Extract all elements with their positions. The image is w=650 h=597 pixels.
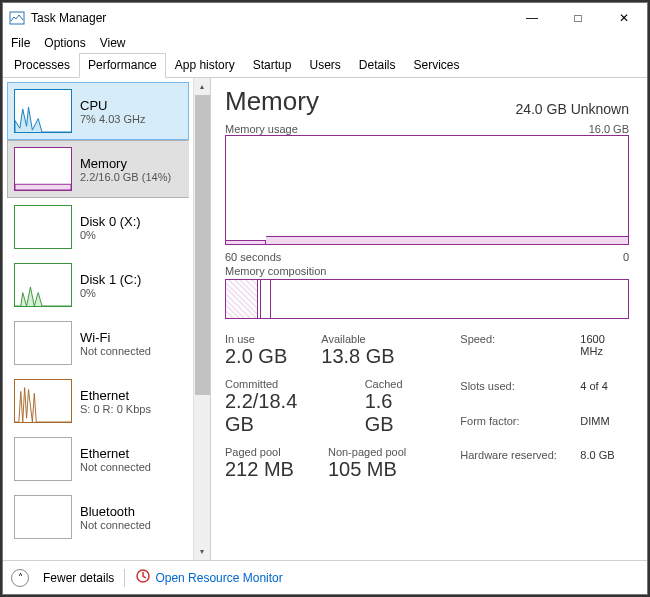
ethernet-sparkline	[14, 437, 72, 481]
resmon-label: Open Resource Monitor	[155, 571, 282, 585]
tab-processes[interactable]: Processes	[5, 53, 79, 77]
sidebar-label: Bluetooth	[80, 504, 151, 519]
close-button[interactable]: ✕	[601, 3, 647, 33]
minimize-button[interactable]: —	[509, 3, 555, 33]
sidebar-sublabel: 7% 4.03 GHz	[80, 113, 145, 125]
speed-value: 1600 MHz	[580, 333, 629, 377]
inuse-value: 2.0 GB	[225, 345, 287, 368]
open-resource-monitor-link[interactable]: Open Resource Monitor	[135, 568, 282, 587]
hw-value: 8.0 GB	[580, 449, 629, 481]
sidebar-item-bluetooth[interactable]: Bluetooth Not connected	[7, 488, 189, 546]
time-left: 60 seconds	[225, 251, 281, 263]
committed-label: Committed	[225, 378, 331, 390]
tab-services[interactable]: Services	[405, 53, 469, 77]
nonpaged-label: Non-paged pool	[328, 446, 406, 458]
footer: ˄ Fewer details Open Resource Monitor	[3, 560, 647, 594]
menubar: File Options View	[3, 33, 647, 53]
sidebar-sublabel: 0%	[80, 229, 141, 241]
composition-label: Memory composition	[225, 265, 326, 277]
sidebar-item-wifi[interactable]: Wi-Fi Not connected	[7, 314, 189, 372]
window-title: Task Manager	[31, 11, 106, 25]
sidebar-label: Ethernet	[80, 446, 151, 461]
sidebar-item-disk1[interactable]: Disk 1 (C:) 0%	[7, 256, 189, 314]
ethernet-sparkline	[14, 379, 72, 423]
sidebar: CPU 7% 4.03 GHz Memory 2.2/16.0 GB (14%)…	[3, 78, 193, 560]
sidebar-label: Ethernet	[80, 388, 151, 403]
menu-options[interactable]: Options	[44, 36, 85, 50]
speed-label: Speed:	[460, 333, 580, 377]
usage-label: Memory usage	[225, 123, 298, 135]
tab-users[interactable]: Users	[300, 53, 349, 77]
tab-performance[interactable]: Performance	[79, 53, 166, 78]
available-label: Available	[321, 333, 394, 345]
inuse-label: In use	[225, 333, 287, 345]
sidebar-label: CPU	[80, 98, 145, 113]
memory-sparkline	[14, 147, 72, 191]
sidebar-sublabel: Not connected	[80, 461, 151, 473]
sidebar-item-disk0[interactable]: Disk 0 (X:) 0%	[7, 198, 189, 256]
cached-label: Cached	[365, 378, 427, 390]
available-value: 13.8 GB	[321, 345, 394, 368]
menu-file[interactable]: File	[11, 36, 30, 50]
usage-max: 16.0 GB	[589, 123, 629, 135]
sidebar-label: Disk 0 (X:)	[80, 214, 141, 229]
titlebar[interactable]: Task Manager — □ ✕	[3, 3, 647, 33]
form-label: Form factor:	[460, 415, 580, 447]
paged-label: Paged pool	[225, 446, 294, 458]
sidebar-label: Wi-Fi	[80, 330, 151, 345]
sidebar-scrollbar[interactable]: ▴ ▾	[193, 78, 210, 560]
body: CPU 7% 4.03 GHz Memory 2.2/16.0 GB (14%)…	[3, 78, 647, 560]
sidebar-item-ethernet[interactable]: Ethernet S: 0 R: 0 Kbps	[7, 372, 189, 430]
nonpaged-value: 105 MB	[328, 458, 406, 481]
menu-view[interactable]: View	[100, 36, 126, 50]
chevron-up-icon[interactable]: ˄	[11, 569, 29, 587]
task-manager-window: Task Manager — □ ✕ File Options View Pro…	[2, 2, 648, 595]
sidebar-label: Disk 1 (C:)	[80, 272, 141, 287]
detail-spec: 24.0 GB Unknown	[515, 101, 629, 117]
tab-details[interactable]: Details	[350, 53, 405, 77]
paged-value: 212 MB	[225, 458, 294, 481]
hw-label: Hardware reserved:	[460, 449, 580, 481]
tabs: Processes Performance App history Startu…	[3, 53, 647, 78]
scroll-up-icon[interactable]: ▴	[195, 78, 210, 95]
slots-value: 4 of 4	[580, 380, 629, 412]
divider	[124, 569, 125, 587]
sidebar-item-ethernet2[interactable]: Ethernet Not connected	[7, 430, 189, 488]
bluetooth-sparkline	[14, 495, 72, 539]
tab-startup[interactable]: Startup	[244, 53, 301, 77]
sidebar-sublabel: 0%	[80, 287, 141, 299]
window-controls: — □ ✕	[509, 3, 647, 33]
committed-value: 2.2/18.4 GB	[225, 390, 331, 436]
detail-pane: Memory 24.0 GB Unknown Memory usage 16.0…	[211, 78, 647, 560]
scroll-thumb[interactable]	[195, 95, 210, 395]
svg-rect-1	[15, 184, 71, 190]
sidebar-label: Memory	[80, 156, 171, 171]
wifi-sparkline	[14, 321, 72, 365]
disk-sparkline	[14, 263, 72, 307]
sidebar-sublabel: 2.2/16.0 GB (14%)	[80, 171, 171, 183]
sidebar-sublabel: S: 0 R: 0 Kbps	[80, 403, 151, 415]
sidebar-sublabel: Not connected	[80, 519, 151, 531]
sidebar-sublabel: Not connected	[80, 345, 151, 357]
cpu-sparkline	[14, 89, 72, 133]
slots-label: Slots used:	[460, 380, 580, 412]
fewer-details-button[interactable]: Fewer details	[43, 571, 114, 585]
cached-value: 1.6 GB	[365, 390, 427, 436]
resmon-icon	[135, 568, 151, 587]
sidebar-item-cpu[interactable]: CPU 7% 4.03 GHz	[7, 82, 189, 140]
app-icon	[9, 10, 25, 26]
memory-usage-chart[interactable]	[225, 135, 629, 245]
maximize-button[interactable]: □	[555, 3, 601, 33]
tab-apphistory[interactable]: App history	[166, 53, 244, 77]
detail-title: Memory	[225, 86, 319, 117]
memory-composition-chart[interactable]	[225, 279, 629, 319]
sidebar-item-memory[interactable]: Memory 2.2/16.0 GB (14%)	[7, 140, 189, 198]
form-value: DIMM	[580, 415, 629, 447]
scroll-down-icon[interactable]: ▾	[195, 543, 210, 560]
time-right: 0	[623, 251, 629, 263]
disk-sparkline	[14, 205, 72, 249]
